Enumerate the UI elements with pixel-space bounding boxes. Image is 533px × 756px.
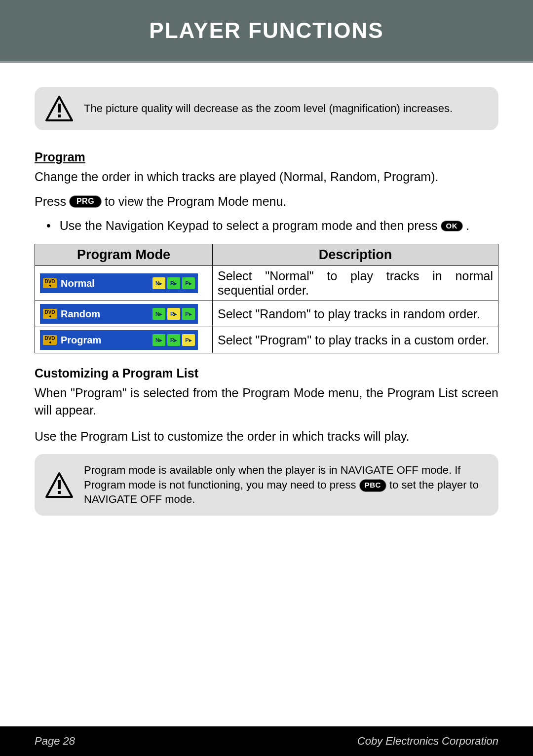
- footer-page: Page 28: [35, 735, 75, 748]
- mode-desc: Select "Normal" to play tracks in normal…: [213, 266, 498, 301]
- svg-rect-2: [58, 114, 61, 117]
- page-content: The picture quality will decrease as the…: [0, 63, 533, 726]
- chip-r: R▸: [167, 334, 180, 346]
- chip-p: P▸: [182, 308, 195, 320]
- chip-r: R▸: [167, 308, 180, 320]
- chip-n: N▸: [152, 308, 165, 320]
- page-header: Player Functions: [0, 0, 533, 63]
- mode-label: Normal: [61, 278, 149, 289]
- dvd-icon: DVD◂: [43, 278, 57, 288]
- dvd-icon: DVD◂: [43, 309, 57, 319]
- callout-zoom-warning: The picture quality will decrease as the…: [35, 87, 498, 130]
- mode-badge: DVD◂NormalN▸R▸P▸: [40, 273, 198, 293]
- ok-button-icon: OK: [441, 221, 463, 231]
- prg-button-icon: PRG: [69, 195, 102, 208]
- section-heading-customize: Customizing a Program List: [35, 366, 498, 380]
- footer-company: Coby Electronics Corporation: [357, 735, 498, 748]
- bullet-icon: •: [46, 219, 51, 233]
- bullet-after: .: [466, 219, 469, 233]
- warning-icon: [45, 96, 73, 121]
- mode-desc: Select "Random" to play tracks in random…: [213, 301, 498, 327]
- callout-text: Program mode is available only when the …: [84, 463, 484, 507]
- dvd-icon: DVD◂: [43, 335, 57, 345]
- page-title: Player Functions: [149, 18, 383, 43]
- table-row: DVD◂ProgramN▸R▸P▸Select "Program" to pla…: [35, 327, 498, 353]
- mode-label: Random: [61, 308, 149, 320]
- program-mode-table: Program Mode Description DVD◂NormalN▸R▸P…: [35, 244, 498, 353]
- table-header-mode: Program Mode: [35, 244, 213, 266]
- warning-icon: [45, 472, 73, 498]
- chip-n: N▸: [152, 277, 165, 289]
- press-before: Press: [35, 194, 66, 209]
- chip-p: P▸: [182, 334, 195, 346]
- table-header-desc: Description: [213, 244, 498, 266]
- mode-cell: DVD◂ProgramN▸R▸P▸: [35, 327, 213, 353]
- mode-cell: DVD◂NormalN▸R▸P▸: [35, 266, 213, 301]
- svg-rect-1: [58, 104, 61, 113]
- section-heading-program: Program: [35, 150, 498, 164]
- manual-page: Player Functions The picture quality wil…: [0, 0, 533, 756]
- svg-rect-5: [58, 491, 61, 494]
- table-row: DVD◂NormalN▸R▸P▸Select "Normal" to play …: [35, 266, 498, 301]
- nav-keypad-bullet: • Use the Navigation Keypad to select a …: [46, 219, 498, 233]
- mode-chips: N▸R▸P▸: [152, 308, 195, 320]
- mode-label: Program: [61, 335, 149, 346]
- chip-r: R▸: [167, 277, 180, 289]
- press-prg-line: Press PRG to view the Program Mode menu.: [35, 194, 498, 209]
- customize-p1: When "Program" is selected from the Prog…: [35, 384, 498, 419]
- chip-p: P▸: [182, 277, 195, 289]
- mode-desc: Select "Program" to play tracks in a cus…: [213, 327, 498, 353]
- callout-text: The picture quality will decrease as the…: [84, 101, 453, 116]
- mode-chips: N▸R▸P▸: [152, 277, 195, 289]
- callout-navigate-off: Program mode is available only when the …: [35, 454, 498, 516]
- page-footer: Page 28 Coby Electronics Corporation: [0, 726, 533, 756]
- press-after: to view the Program Mode menu.: [105, 194, 286, 209]
- mode-badge: DVD◂RandomN▸R▸P▸: [40, 304, 198, 324]
- svg-rect-4: [58, 480, 61, 489]
- mode-chips: N▸R▸P▸: [152, 334, 195, 346]
- mode-badge: DVD◂ProgramN▸R▸P▸: [40, 330, 198, 350]
- pbc-button-icon: PBC: [359, 479, 386, 491]
- customize-p2: Use the Program List to customize the or…: [35, 428, 498, 445]
- bullet-before: Use the Navigation Keypad to select a pr…: [60, 219, 438, 233]
- chip-n: N▸: [152, 334, 165, 346]
- mode-cell: DVD◂RandomN▸R▸P▸: [35, 301, 213, 327]
- program-intro: Change the order in which tracks are pla…: [35, 168, 498, 186]
- table-row: DVD◂RandomN▸R▸P▸Select "Random" to play …: [35, 301, 498, 327]
